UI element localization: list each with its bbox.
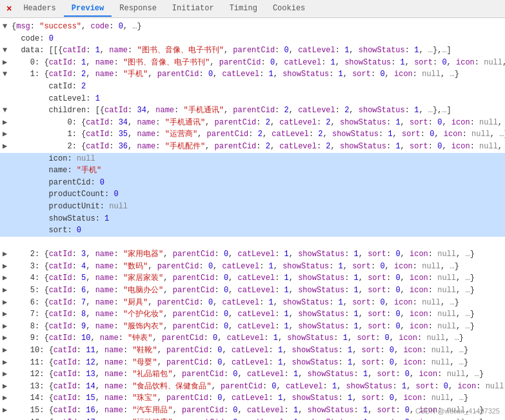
data-12-line[interactable]: 12 : { catId : 13 , name : "礼品箱包" , pare… xyxy=(0,368,505,381)
json-root-line[interactable]: { msg : "success" , code : 0 , … } xyxy=(0,21,505,33)
catid-2-line: catId : 2 xyxy=(0,81,505,93)
data-11-line[interactable]: 11 : { catId : 12 , name : "母婴" , parent… xyxy=(0,357,505,369)
data-13-line[interactable]: 13 : { catId : 14 , name : "食品饮料、保健食品" ,… xyxy=(0,381,505,393)
name-shouji-line: name : "手机" xyxy=(0,165,505,177)
data-14-line[interactable]: 14 : { catId : 15 , name : "珠宝" , parent… xyxy=(0,392,505,405)
data-9-toggle[interactable] xyxy=(3,332,12,345)
data-16-toggle[interactable] xyxy=(3,417,12,420)
tab-response[interactable]: Response xyxy=(112,1,164,17)
children-1-toggle[interactable] xyxy=(3,128,12,141)
data-4-line[interactable]: 4 : { catId : 5 , name : "家居家装" , parent… xyxy=(0,272,505,285)
children-1-line[interactable]: 1 : { catId : 35 , name : "运营商" , parent… xyxy=(0,128,505,141)
data-15-toggle[interactable] xyxy=(3,405,12,417)
data-0-line[interactable]: 0 : { catId : 1 , name : "图书、音像、电子书刊" , … xyxy=(0,57,505,69)
data-toggle[interactable] xyxy=(3,45,12,57)
tab-initiator[interactable]: Initiator xyxy=(164,1,222,17)
productunit-line: productUnit : null xyxy=(0,201,505,213)
tab-headers[interactable]: Headers xyxy=(15,1,63,17)
data-12-toggle[interactable] xyxy=(3,368,12,381)
children-2-toggle[interactable] xyxy=(3,141,12,153)
data-1-line[interactable]: 1 : { catId : 2 , name : "手机" , parentCi… xyxy=(0,68,505,81)
data-6-line[interactable]: 6 : { catId : 7 , name : "厨具" , parentCi… xyxy=(0,297,505,309)
data-root-line[interactable]: data : [ [ { catId : 1 , name : "图书、音像、电… xyxy=(0,45,505,57)
children-0-line[interactable]: 0 : { catId : 34 , name : "手机通讯" , paren… xyxy=(0,117,505,129)
sort-line: sort : 0 xyxy=(0,225,505,237)
data-1-toggle[interactable] xyxy=(3,68,12,81)
data-7-line[interactable]: 7 : { catId : 8 , name : "个护化妆" , parent… xyxy=(0,308,505,321)
productcount-line: productCount : 0 xyxy=(0,188,505,201)
data-6-toggle[interactable] xyxy=(3,297,12,309)
tab-timing[interactable]: Timing xyxy=(222,1,265,17)
data-8-toggle[interactable] xyxy=(3,321,12,333)
data-9-line[interactable]: 9 : { catId : 10 , name : "钟表" , parentC… xyxy=(0,332,505,345)
json-content-area: { msg : "success" , code : 0 , … } code … xyxy=(0,18,505,420)
watermark: CSDN @weixin_41497325 xyxy=(415,407,500,415)
separator-line xyxy=(0,237,505,249)
data-2-line[interactable]: 2 : { catId : 3 , name : "家用电器" , parent… xyxy=(0,248,505,261)
data-3-toggle[interactable] xyxy=(3,261,12,273)
data-10-toggle[interactable] xyxy=(3,345,12,357)
data-16-line[interactable]: 16 : { catId : 17 , name : "运动健康" , pare… xyxy=(0,417,505,420)
tab-preview[interactable]: Preview xyxy=(64,1,112,17)
children-0-toggle[interactable] xyxy=(3,117,12,129)
data-3-line[interactable]: 3 : { catId : 4 , name : "数码" , parentCi… xyxy=(0,261,505,273)
children-2-line[interactable]: 2 : { catId : 36 , name : "手机配件" , paren… xyxy=(0,141,505,153)
data-5-toggle[interactable] xyxy=(3,285,12,297)
children-toggle[interactable] xyxy=(3,105,12,117)
root-toggle[interactable] xyxy=(3,21,12,33)
data-11-toggle[interactable] xyxy=(3,357,12,369)
showstatus-line: showStatus : 1 xyxy=(0,213,505,225)
close-icon[interactable]: × xyxy=(3,4,15,14)
children-line[interactable]: children : [ { catId : 34 , name : "手机通讯… xyxy=(0,105,505,117)
data-10-line[interactable]: 10 : { catId : 11 , name : "鞋靴" , parent… xyxy=(0,345,505,357)
data-8-line[interactable]: 8 : { catId : 9 , name : "服饰内衣" , parent… xyxy=(0,321,505,333)
tab-cookies[interactable]: Cookies xyxy=(265,1,313,17)
icon-line: icon : null xyxy=(0,153,505,165)
tab-bar: × Headers Preview Response Initiator Tim… xyxy=(0,0,505,18)
data-0-toggle[interactable] xyxy=(3,57,12,69)
data-13-toggle[interactable] xyxy=(3,381,12,393)
code-line: code : 0 xyxy=(0,33,505,45)
data-2-toggle[interactable] xyxy=(3,248,12,261)
data-7-toggle[interactable] xyxy=(3,308,12,321)
data-4-toggle[interactable] xyxy=(3,272,12,285)
data-5-line[interactable]: 5 : { catId : 6 , name : "电脑办公" , parent… xyxy=(0,285,505,297)
parentcid-line: parentCid : 0 xyxy=(0,177,505,189)
catlevel-1-line: catLevel : 1 xyxy=(0,93,505,105)
data-14-toggle[interactable] xyxy=(3,392,12,405)
